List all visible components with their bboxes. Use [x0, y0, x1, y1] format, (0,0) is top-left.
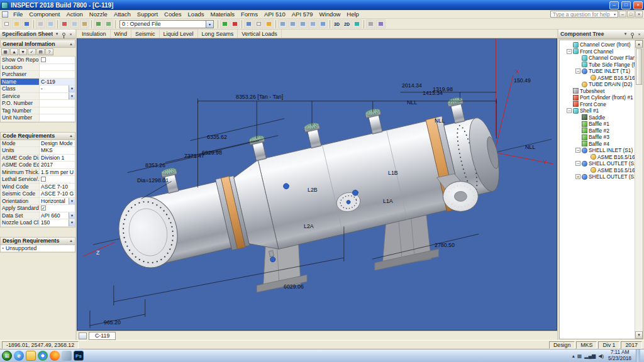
property-value[interactable]: ▼	[40, 107, 75, 114]
separator[interactable]	[115, 20, 116, 28]
sheet-list-icon[interactable]	[79, 332, 87, 339]
property-row[interactable]: Tag Number ▼	[1, 107, 75, 115]
pin-icon[interactable]	[631, 33, 634, 36]
maximize-button[interactable]: □	[621, 1, 631, 9]
help-button[interactable]	[376, 19, 386, 28]
tree-item[interactable]: Baffle #4	[560, 141, 635, 148]
menu-item[interactable]: API 510	[261, 11, 289, 18]
separator[interactable]	[218, 20, 218, 28]
tree-item[interactable]: Tubesheet	[560, 88, 635, 95]
tree-item[interactable]: Baffle #3	[560, 134, 635, 141]
dropdown-button[interactable]: ▼	[69, 198, 75, 205]
separator[interactable]	[33, 20, 34, 28]
property-row[interactable]: Name C-119▼	[1, 79, 75, 86]
property-value[interactable]: ▼	[40, 64, 75, 71]
tree-item[interactable]: ASME B16.5/16.47	[560, 167, 635, 174]
paste-button[interactable]	[80, 19, 89, 28]
show-desktop-button[interactable]	[636, 349, 640, 362]
scroll-up-icon[interactable]: ▲	[635, 40, 643, 48]
tree-item[interactable]: SHELL INLET (S1)	[560, 147, 635, 154]
property-row[interactable]: Minimum Thick... 1.5 mm per UG...▼	[1, 169, 75, 177]
separator[interactable]	[275, 20, 276, 28]
settings-button[interactable]	[366, 19, 375, 28]
analysis-tab[interactable]: Vertical Loads	[238, 30, 282, 38]
chevron-down-icon[interactable]: ▾	[54, 31, 60, 36]
property-row[interactable]: Unit Number ▼	[1, 114, 75, 122]
tree-item[interactable]: Baffle #2	[560, 128, 635, 134]
tree-item[interactable]: SHELL OUTLET (S2B)	[560, 173, 635, 180]
menu-item[interactable]: API 579	[289, 11, 316, 18]
close-icon[interactable]: ×	[68, 32, 74, 36]
menu-item[interactable]: Action	[63, 11, 86, 18]
refresh-button[interactable]	[220, 19, 230, 28]
menu-item[interactable]: Help	[343, 11, 362, 18]
property-row[interactable]: Purchaser ▼	[1, 71, 75, 79]
firefox-icon[interactable]	[50, 351, 60, 361]
view-2d-button[interactable]: 2D	[342, 19, 352, 28]
model-tab[interactable]: C-119	[89, 332, 116, 340]
tree-item[interactable]: SHELL OUTLET (S2A)	[560, 160, 635, 167]
tree-scrollbar[interactable]: ▲ ▼	[635, 40, 643, 339]
cut-button[interactable]	[60, 19, 69, 28]
menu-item[interactable]: Support	[134, 11, 161, 18]
print-button[interactable]	[36, 19, 45, 28]
separator[interactable]	[242, 20, 242, 28]
3d-viewport[interactable]: 8353.26 [Tan - Tan]2014.341413.341319.98…	[77, 38, 557, 331]
property-value[interactable]: Horizontal▼	[40, 198, 75, 205]
tree-item[interactable]: Front Channel	[560, 48, 635, 55]
dropdown-button[interactable]: ▼	[69, 93, 75, 100]
scroll-thumb[interactable]	[636, 48, 642, 85]
property-row[interactable]: Show On Repo... ▼	[1, 57, 75, 64]
open-file-button[interactable]	[12, 19, 21, 28]
separator[interactable]	[364, 20, 364, 28]
report-icon[interactable]: ▤	[36, 48, 45, 55]
3d-model-canvas[interactable]	[77, 38, 557, 330]
view-3d-button[interactable]: 3D	[332, 19, 341, 28]
property-value[interactable]: Division 1▼	[40, 155, 75, 162]
tree-expander[interactable]	[567, 49, 572, 54]
datasheet-button[interactable]	[244, 19, 253, 28]
property-value[interactable]: API 660▼	[40, 212, 75, 219]
property-row[interactable]: ASME Code Ed... 2017▼	[1, 162, 75, 169]
property-value[interactable]: ▼	[40, 57, 75, 63]
property-row[interactable]: Data Set API 660▼	[1, 212, 75, 220]
chevron-down-icon[interactable]: ▾	[623, 31, 628, 36]
tree-item[interactable]: Port Cylinder (front) #1	[560, 94, 635, 101]
analysis-tab[interactable]: Long Seams	[198, 30, 238, 38]
property-row[interactable]: Units MKS▼	[1, 147, 75, 155]
opened-file-combo[interactable]: 0 : Opened File ▾	[119, 20, 214, 28]
menu-item[interactable]: Materials	[207, 11, 238, 18]
property-row[interactable]: Location ▼	[1, 64, 75, 72]
property-row[interactable]: P.O. Number ▼	[1, 100, 75, 107]
tree-item[interactable]: Shell #1	[560, 107, 635, 114]
tree-item[interactable]: TUBE INLET (T1)	[560, 68, 635, 75]
volume-icon[interactable]: ◀)	[598, 353, 604, 359]
menu-item[interactable]: Attach	[111, 11, 134, 18]
design-flag-row[interactable]: Unsupported ▼	[1, 245, 75, 253]
photoshop-icon[interactable]: Ps	[74, 351, 84, 361]
pan-button[interactable]	[308, 19, 318, 28]
property-value[interactable]: 1.5 mm per UG...▼	[40, 169, 75, 176]
checkbox[interactable]	[41, 177, 46, 182]
tree-expander[interactable]	[575, 174, 580, 179]
scroll-down-icon[interactable]: ▼	[635, 331, 643, 339]
property-row[interactable]: Class -▼	[1, 85, 75, 93]
analysis-tab[interactable]: Insulation	[78, 30, 111, 38]
section-design-requirements[interactable]: Design Requirements ▲	[0, 237, 75, 245]
pin-icon[interactable]	[62, 33, 65, 36]
help-icon[interactable]: ?	[45, 48, 53, 55]
rotate-view-button[interactable]	[318, 19, 328, 28]
start-button[interactable]: ⊞	[2, 351, 12, 361]
property-value[interactable]: 150▼	[40, 219, 75, 226]
separator[interactable]	[57, 20, 58, 28]
property-row[interactable]: Nozzle Load Cl... 150▼	[1, 219, 75, 227]
tree-item[interactable]: Channel Cover (front)	[560, 41, 635, 48]
separator[interactable]	[91, 20, 92, 28]
move-down-icon[interactable]: ▼	[19, 48, 27, 55]
tree-item[interactable]: Channel Cover Flange	[560, 55, 635, 62]
tree-expander[interactable]	[567, 108, 572, 113]
doc-close-button[interactable]: ×	[635, 11, 643, 18]
tray-app-icon[interactable]: ▦	[577, 353, 582, 359]
property-row[interactable]: Wind Code ASCE 7-10▼	[1, 184, 75, 191]
close-icon[interactable]: ×	[636, 32, 642, 36]
